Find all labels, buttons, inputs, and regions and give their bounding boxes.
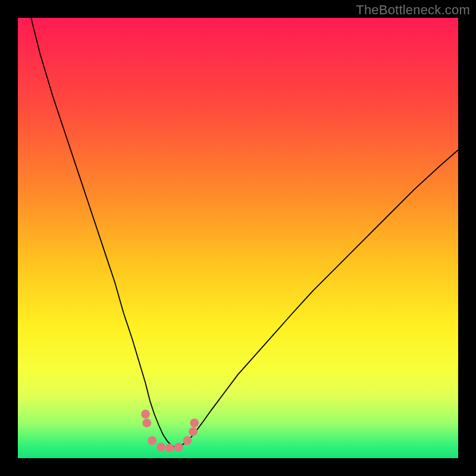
chart-frame: TheBottleneck.com: [0, 0, 476, 476]
curve-marker: [174, 443, 183, 452]
curve-marker: [190, 418, 199, 427]
curve-marker: [148, 436, 156, 445]
curve-marker: [189, 427, 198, 436]
curve-marker: [165, 444, 174, 453]
chart-background-gradient: [18, 18, 458, 458]
curve-marker: [156, 443, 165, 452]
chart-svg: [18, 18, 458, 458]
curve-marker: [141, 410, 150, 419]
curve-marker: [142, 418, 151, 427]
curve-marker: [183, 436, 192, 445]
attribution-text: TheBottleneck.com: [356, 2, 470, 18]
chart-plot-area: [18, 18, 458, 458]
